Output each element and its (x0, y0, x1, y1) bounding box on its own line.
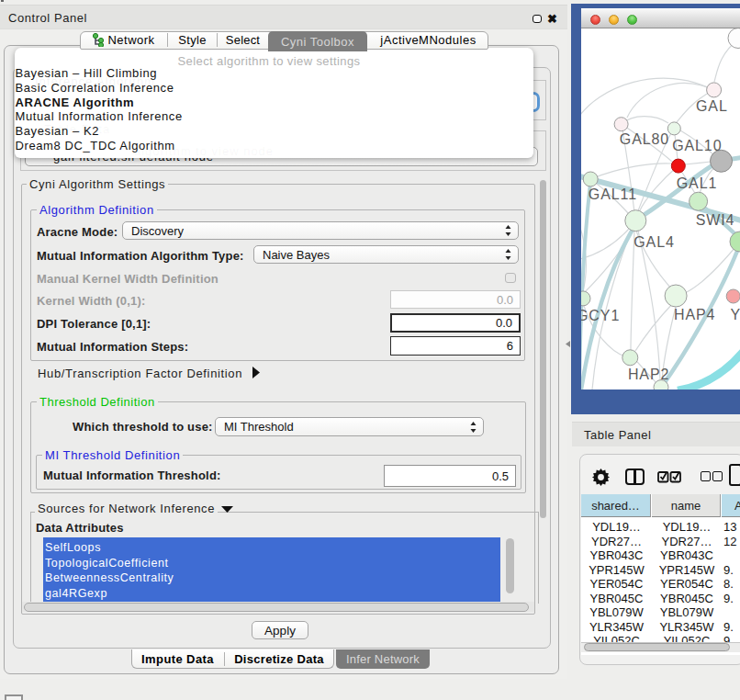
svg-text:HAP4: HAP4 (674, 307, 715, 322)
svg-text:SWI4: SWI4 (696, 212, 735, 228)
svg-text:GAL4: GAL4 (633, 234, 675, 250)
svg-text:Y: Y (731, 307, 740, 322)
svg-text:GAL1: GAL1 (677, 175, 718, 191)
svg-text:HAP2: HAP2 (628, 367, 669, 382)
svg-text:GAL: GAL (696, 98, 728, 114)
svg-text:GAL10: GAL10 (672, 138, 722, 153)
svg-text:GCY1: GCY1 (581, 308, 620, 323)
svg-text:GAL80: GAL80 (620, 131, 669, 147)
svg-text:GAL11: GAL11 (589, 186, 637, 202)
